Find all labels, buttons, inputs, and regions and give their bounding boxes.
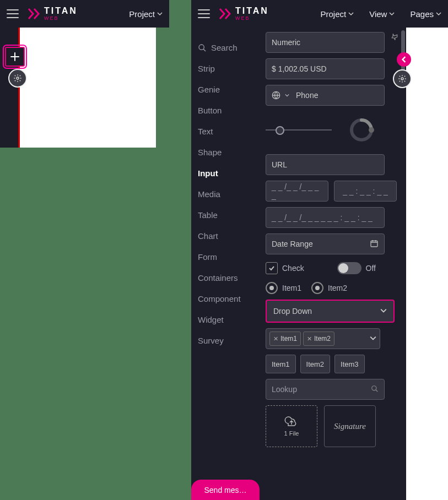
category-containers[interactable]: Containers	[198, 273, 261, 282]
logo-icon	[218, 7, 232, 21]
category-text[interactable]: Text	[198, 127, 261, 136]
send-message-button[interactable]: Send mes…	[191, 480, 260, 500]
search-label: Search	[211, 43, 238, 52]
svg-rect-5	[371, 241, 377, 247]
settings-button-left[interactable]	[8, 69, 27, 88]
label: Item2	[328, 284, 347, 292]
category-survey[interactable]: Survey	[198, 336, 261, 345]
tag-item3[interactable]: Item3	[334, 355, 365, 373]
view-menu[interactable]: View	[369, 9, 395, 19]
numeric-input[interactable]: Numeric	[266, 32, 385, 53]
category-strip[interactable]: Strip	[198, 64, 261, 73]
chevron-down-icon	[370, 334, 376, 343]
close-icon[interactable]: ✕	[273, 335, 278, 343]
svg-point-7	[401, 78, 403, 80]
right-canvas-strip	[406, 28, 448, 500]
search-icon	[198, 44, 207, 52]
category-component[interactable]: Component	[198, 294, 261, 303]
project-menu-label: Project	[129, 9, 155, 19]
label: Item1	[280, 335, 297, 343]
label: View	[369, 9, 387, 19]
brand-name: TITAN	[44, 7, 78, 15]
chevron-down-icon	[348, 11, 354, 17]
multiselect-input[interactable]: ✕Item1 ✕Item2	[266, 328, 380, 349]
tag-item1[interactable]: Item1	[266, 355, 296, 373]
logo: TITANWEB	[26, 7, 78, 21]
tag-item2[interactable]: Item2	[300, 355, 331, 373]
radio-icon	[266, 282, 278, 294]
label: 1 File	[284, 430, 299, 437]
label: Item1	[282, 284, 301, 292]
placeholder: _ _ /_ _ /_ _ _ _ _ _ : _ _ : _ _	[272, 213, 373, 222]
label: Phone	[296, 91, 318, 100]
chevron-down-icon	[436, 11, 441, 17]
category-shape[interactable]: Shape	[198, 148, 261, 157]
url-input[interactable]: URL	[266, 154, 385, 175]
label: Off	[366, 264, 376, 273]
svg-point-6	[372, 385, 376, 390]
pin-button[interactable]	[390, 33, 399, 44]
category-genie[interactable]: Genie	[198, 85, 261, 94]
svg-point-1	[199, 45, 204, 50]
radio-item1[interactable]: Item1	[266, 282, 301, 294]
chevron-down-icon	[157, 11, 163, 17]
canvas-area[interactable]	[0, 28, 156, 148]
calendar-icon	[370, 239, 379, 249]
category-search[interactable]: Search	[198, 43, 261, 52]
hamburger-menu-left[interactable]	[7, 7, 21, 21]
slider-input[interactable]	[266, 122, 332, 138]
component-gallery: Numeric $ 1,002.05 USD Phone URL _ _ /_ …	[261, 28, 406, 500]
label: $ 1,002.05 USD	[272, 64, 327, 73]
canvas[interactable]	[18, 28, 156, 148]
lookup-input[interactable]: Lookup	[266, 379, 385, 400]
chevron-down-icon	[380, 307, 387, 316]
datetime-input[interactable]: _ _ /_ _ /_ _ _ _ _ _ : _ _ : _ _	[266, 207, 385, 228]
collapse-panel-button[interactable]	[397, 52, 411, 67]
add-element-button[interactable]	[5, 47, 25, 67]
signature-input[interactable]: Signature	[324, 405, 376, 447]
toggle-input[interactable]: Off	[337, 262, 376, 274]
label: Numeric	[272, 38, 300, 47]
svg-point-4	[369, 127, 374, 133]
label: Drop Down	[273, 307, 312, 316]
upload-input[interactable]: 1 File	[266, 405, 317, 447]
hamburger-menu-right[interactable]	[198, 7, 212, 21]
label: Item2	[314, 335, 331, 343]
radio-icon	[311, 282, 323, 294]
brand-sub: WEB	[235, 16, 269, 21]
category-media[interactable]: Media	[198, 189, 261, 199]
project-menu-left[interactable]: Project	[129, 9, 163, 19]
currency-input[interactable]: $ 1,002.05 USD	[266, 58, 385, 79]
category-widget[interactable]: Widget	[198, 315, 261, 324]
category-table[interactable]: Table	[198, 210, 261, 220]
tag-list-input[interactable]: Item1 Item2 Item3	[266, 355, 400, 373]
chip-item2[interactable]: ✕Item2	[303, 331, 334, 346]
dropdown-input[interactable]: Drop Down	[266, 300, 395, 323]
category-button[interactable]: Button	[198, 106, 261, 115]
chip-item1[interactable]: ✕Item1	[269, 331, 301, 346]
project-menu-right[interactable]: Project	[321, 9, 354, 19]
label: URL	[272, 160, 287, 169]
spinner-input[interactable]	[347, 116, 376, 144]
date-input[interactable]: _ _ /_ _ /_ _ _ _	[266, 181, 328, 202]
checkbox-input[interactable]: Check	[266, 262, 304, 274]
search-icon	[371, 385, 379, 394]
category-input[interactable]: Input	[198, 169, 261, 178]
label: Project	[321, 9, 347, 19]
pages-menu[interactable]: Pages	[410, 9, 441, 19]
category-form[interactable]: Form	[198, 252, 261, 262]
time-input[interactable]: _ _ : _ _ : _ _	[334, 181, 397, 202]
label: Lookup	[272, 385, 297, 394]
phone-input[interactable]: Phone	[266, 85, 385, 106]
checkbox-icon	[266, 262, 278, 274]
placeholder: _ _ /_ _ /_ _ _ _	[272, 182, 322, 200]
close-icon[interactable]: ✕	[307, 335, 312, 343]
chevron-down-icon	[389, 11, 395, 17]
settings-button-right[interactable]	[393, 69, 412, 88]
svg-point-0	[17, 77, 19, 79]
cloud-upload-icon	[284, 416, 299, 428]
date-range-input[interactable]: Date Range	[266, 233, 385, 254]
radio-item2[interactable]: Item2	[311, 282, 347, 294]
toggle-icon	[337, 262, 361, 274]
category-chart[interactable]: Chart	[198, 231, 261, 241]
